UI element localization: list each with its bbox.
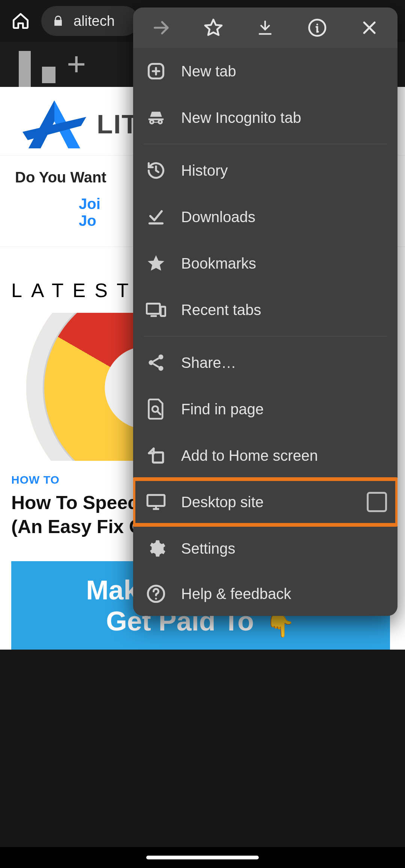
menu-label: New Incognito tab xyxy=(181,109,301,126)
svg-point-5 xyxy=(149,360,154,365)
svg-point-6 xyxy=(159,366,164,371)
menu-item-recent-tabs[interactable]: Recent tabs xyxy=(133,287,398,333)
desktop-site-checkbox[interactable] xyxy=(367,492,387,512)
menu-item-desktop-site[interactable]: Desktop site xyxy=(133,479,398,525)
menu-label: History xyxy=(181,162,228,179)
menu-label: Find in page xyxy=(181,401,264,418)
menu-item-find-in-page[interactable]: Find in page xyxy=(133,386,398,432)
menu-label: Recent tabs xyxy=(181,302,261,318)
tab-thumb[interactable] xyxy=(19,51,31,87)
new-tab-button[interactable]: + xyxy=(67,45,86,83)
menu-item-settings[interactable]: Settings xyxy=(133,525,398,572)
menu-label: Help & feedback xyxy=(181,586,291,602)
new-tab-icon xyxy=(146,61,166,81)
devices-icon xyxy=(146,302,166,318)
home-icon xyxy=(11,12,30,30)
lock-icon xyxy=(52,15,64,27)
logo-mark xyxy=(15,98,94,151)
overflow-menu: New tab New Incognito tab History Downlo… xyxy=(133,7,398,616)
gear-icon xyxy=(146,539,166,558)
help-icon xyxy=(146,584,166,604)
tab-thumb[interactable] xyxy=(42,67,56,83)
menu-label: Share… xyxy=(181,354,236,371)
svg-rect-3 xyxy=(160,307,165,316)
menu-item-share[interactable]: Share… xyxy=(133,339,398,386)
menu-label: Downloads xyxy=(181,209,255,226)
download-button[interactable] xyxy=(243,10,288,46)
logo-text: LIT xyxy=(97,109,138,139)
menu-item-new-tab[interactable]: New tab xyxy=(133,48,398,94)
svg-rect-9 xyxy=(147,495,165,506)
download-icon xyxy=(256,18,274,37)
forward-arrow-icon xyxy=(152,18,171,37)
star-icon xyxy=(146,254,166,273)
menu-top-row xyxy=(133,7,398,48)
menu-label: New tab xyxy=(181,63,236,80)
info-icon xyxy=(308,18,327,37)
desktop-icon xyxy=(146,493,166,511)
system-nav-bar xyxy=(0,847,405,868)
incognito-icon xyxy=(146,108,166,128)
menu-item-help[interactable]: Help & feedback xyxy=(133,572,398,616)
menu-separator xyxy=(144,336,387,336)
page-info-button[interactable] xyxy=(295,10,340,46)
svg-rect-2 xyxy=(147,303,160,314)
share-icon xyxy=(146,353,166,372)
menu-separator xyxy=(144,144,387,144)
close-menu-button[interactable] xyxy=(347,10,392,46)
svg-point-4 xyxy=(159,354,164,359)
menu-item-history[interactable]: History xyxy=(133,147,398,194)
home-indicator[interactable] xyxy=(146,856,259,859)
download-check-icon xyxy=(146,207,166,227)
menu-item-incognito[interactable]: New Incognito tab xyxy=(133,94,398,141)
menu-label: Bookmarks xyxy=(181,255,256,272)
find-in-page-icon xyxy=(147,399,165,420)
menu-item-bookmarks[interactable]: Bookmarks xyxy=(133,240,398,287)
history-icon xyxy=(146,161,166,180)
url-text: alitech xyxy=(74,13,115,29)
menu-label: Settings xyxy=(181,540,236,557)
home-button[interactable] xyxy=(4,4,38,38)
forward-button[interactable] xyxy=(139,10,184,46)
menu-label: Add to Home screen xyxy=(181,447,318,464)
close-icon xyxy=(360,19,378,37)
notice-heading: Do You Want xyxy=(15,169,106,185)
menu-item-downloads[interactable]: Downloads xyxy=(133,194,398,240)
star-outline-icon xyxy=(204,18,223,37)
address-bar[interactable]: alitech xyxy=(41,6,139,36)
add-to-home-icon xyxy=(147,446,165,465)
bookmark-page-button[interactable] xyxy=(191,10,236,46)
menu-item-add-home[interactable]: Add to Home screen xyxy=(133,432,398,479)
menu-label: Desktop site xyxy=(181,494,264,511)
